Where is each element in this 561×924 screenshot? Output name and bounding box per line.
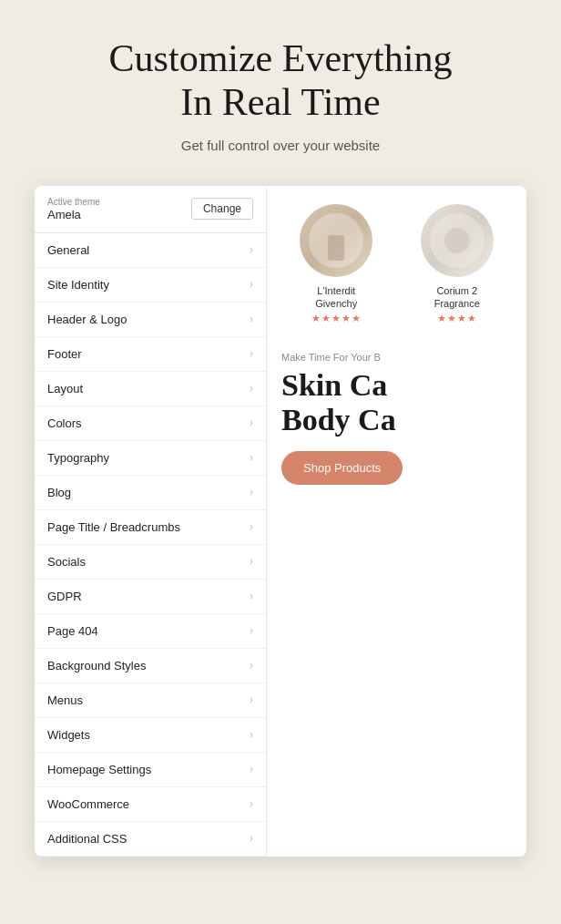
product-visual-2 [430, 213, 484, 268]
products-row: L'Interdit Givenchy ★★★★★ Corium 2 Fragr… [267, 186, 526, 334]
chevron-icon: › [250, 382, 253, 395]
menu-item-header-logo[interactable]: Header & Logo› [35, 303, 266, 337]
menu-item-label: Blog [47, 486, 71, 499]
menu-item-label: Menus [47, 693, 83, 707]
menu-item-colors[interactable]: Colors› [35, 406, 266, 441]
menu-item-socials[interactable]: Socials› [35, 545, 266, 580]
theme-label: Active theme [47, 197, 100, 207]
chevron-icon: › [250, 520, 253, 533]
customizer-menu-list: General›Site Identity›Header & Logo›Foot… [35, 233, 266, 857]
chevron-icon: › [250, 728, 253, 741]
chevron-icon: › [250, 451, 253, 464]
menu-item-label: Background Styles [47, 659, 146, 672]
theme-header: Active theme Amela Change [35, 186, 266, 233]
product-image-2 [421, 204, 494, 277]
chevron-icon: › [250, 590, 253, 602]
product-stars-2: ★★★★ [437, 313, 477, 324]
menu-item-label: Additional CSS [47, 832, 127, 846]
chevron-icon: › [250, 278, 253, 291]
menu-item-label: Layout [47, 382, 83, 395]
menu-item-gdpr[interactable]: GDPR› [35, 580, 266, 614]
chevron-icon: › [250, 416, 253, 429]
menu-item-label: Homepage Settings [47, 763, 151, 776]
menu-item-woocommerce[interactable]: WooCommerce› [35, 787, 266, 822]
menu-item-blog[interactable]: Blog› [35, 476, 266, 510]
product-card-1: L'Interdit Givenchy ★★★★★ [281, 204, 392, 325]
menu-item-label: General [47, 243, 89, 257]
menu-item-page-title[interactable]: Page Title / Breadcrumbs› [35, 510, 266, 545]
product-name-2: Corium 2 Fragrance [434, 284, 480, 311]
chevron-icon: › [250, 243, 253, 256]
menu-item-page-404[interactable]: Page 404› [35, 614, 266, 649]
menu-item-label: WooCommerce [47, 797, 129, 811]
product-image-1 [300, 204, 372, 277]
hero-title-line2: In Real Time [180, 81, 380, 123]
theme-info: Active theme Amela [47, 197, 100, 221]
menu-item-site-identity[interactable]: Site Identity› [35, 268, 266, 303]
menu-item-typography[interactable]: Typography› [35, 441, 266, 476]
hero-title: Customize Everything In Real Time [109, 36, 453, 125]
hero-subtitle: Get full control over your website [181, 138, 380, 153]
chevron-icon: › [250, 693, 253, 706]
menu-item-label: Socials [47, 555, 86, 569]
chevron-icon: › [250, 659, 253, 672]
menu-item-homepage-settings[interactable]: Homepage Settings› [35, 753, 266, 787]
product-card-2: Corium 2 Fragrance ★★★★ [403, 204, 513, 325]
promo-eyebrow: Make Time For Your B [281, 352, 512, 363]
menu-item-background-styles[interactable]: Background Styles› [35, 649, 266, 683]
theme-name: Amela [47, 208, 100, 221]
product-stars-1: ★★★★★ [311, 313, 362, 324]
promo-title: Skin Ca Body Ca [281, 368, 512, 436]
menu-item-general[interactable]: General› [35, 233, 266, 268]
menu-item-label: Footer [47, 347, 82, 361]
chevron-icon: › [250, 313, 253, 325]
menu-item-layout[interactable]: Layout› [35, 372, 266, 406]
chevron-icon: › [250, 797, 253, 810]
chevron-icon: › [250, 486, 253, 498]
chevron-icon: › [250, 763, 253, 775]
ui-frame: Active theme Amela Change General›Site I… [35, 186, 526, 857]
shop-products-button[interactable]: Shop Products [281, 451, 403, 485]
menu-item-label: Typography [47, 451, 109, 465]
change-theme-button[interactable]: Change [191, 198, 253, 220]
menu-item-menus[interactable]: Menus› [35, 683, 266, 718]
preview-panel: L'Interdit Givenchy ★★★★★ Corium 2 Fragr… [267, 186, 526, 857]
menu-item-label: Site Identity [47, 278, 109, 292]
menu-item-footer[interactable]: Footer› [35, 337, 266, 372]
chevron-icon: › [250, 832, 253, 845]
menu-item-label: Widgets [47, 728, 90, 742]
chevron-icon: › [250, 347, 253, 360]
product-visual-1 [309, 213, 363, 268]
menu-item-additional-css[interactable]: Additional CSS› [35, 822, 266, 857]
customizer-panel: Active theme Amela Change General›Site I… [35, 186, 267, 857]
menu-item-label: GDPR [47, 590, 82, 603]
chevron-icon: › [250, 624, 253, 637]
menu-item-label: Page Title / Breadcrumbs [47, 520, 180, 534]
hero-title-line1: Customize Everything [109, 37, 453, 79]
product-name-1: L'Interdit Givenchy [315, 284, 357, 311]
preview-inner: L'Interdit Givenchy ★★★★★ Corium 2 Fragr… [267, 186, 526, 857]
menu-item-label: Page 404 [47, 624, 98, 638]
menu-item-label: Header & Logo [47, 313, 127, 326]
menu-item-widgets[interactable]: Widgets› [35, 718, 266, 753]
menu-item-label: Colors [47, 416, 82, 430]
promo-section: Make Time For Your B Skin Ca Body Ca Sho… [267, 334, 526, 499]
chevron-icon: › [250, 555, 253, 568]
